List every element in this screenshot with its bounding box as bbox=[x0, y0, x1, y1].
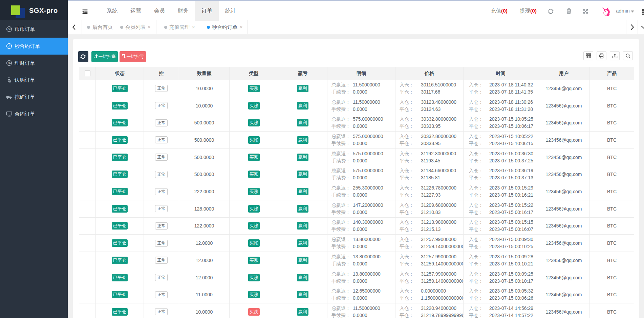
svg-text:cc: cc bbox=[7, 27, 11, 31]
svg-text:G: G bbox=[8, 61, 10, 65]
